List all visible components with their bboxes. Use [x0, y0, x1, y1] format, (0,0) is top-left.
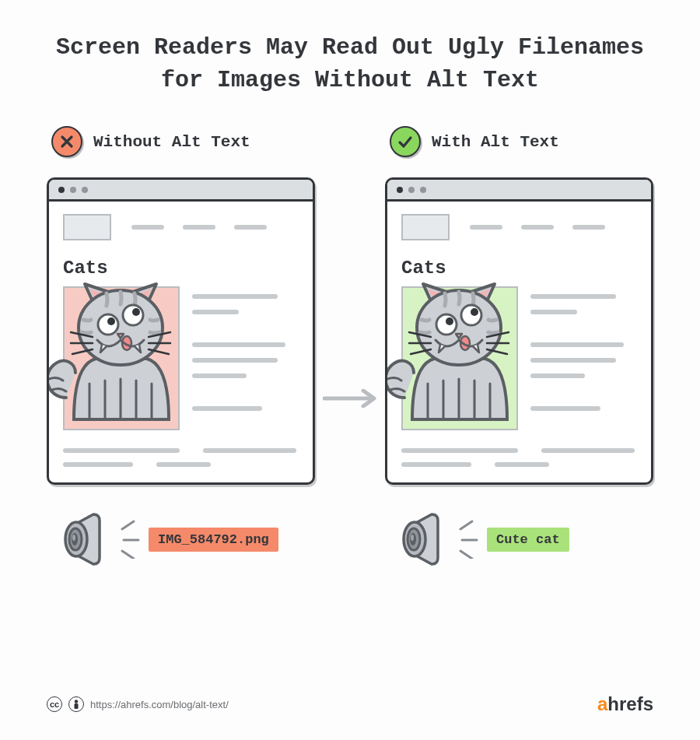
- ahrefs-logo: ahrefs: [597, 693, 653, 715]
- browser-window-right: Cats: [385, 177, 653, 485]
- source-url: https://ahrefs.com/blog/alt-text/: [90, 699, 229, 710]
- text-placeholder: [530, 286, 637, 411]
- cross-icon: [51, 126, 82, 157]
- cat-illustration: [385, 281, 530, 429]
- text-placeholder-bottom: [401, 448, 637, 467]
- svg-rect-21: [75, 703, 79, 709]
- logo-placeholder: [401, 214, 450, 240]
- cat-illustration: [47, 281, 192, 429]
- attribution-icon: [68, 696, 84, 712]
- speaker-icon: [54, 511, 113, 567]
- license-block: cc https://ahrefs.com/blog/alt-text/: [47, 696, 229, 712]
- arrow-icon: [323, 389, 377, 408]
- screen-reader-output-filename: IMG_584792.png: [149, 528, 278, 552]
- text-placeholder: [192, 286, 299, 411]
- speaker-icon: [393, 511, 451, 567]
- column-without-alt: Without Alt Text Cats: [47, 126, 315, 567]
- cc-icon: cc: [47, 696, 62, 712]
- sound-lines-icon: [457, 520, 481, 559]
- column-with-alt: With Alt Text Cats: [385, 126, 653, 567]
- nav-placeholder: [131, 225, 267, 230]
- nav-placeholder: [470, 225, 605, 230]
- image-with-alt: [401, 286, 518, 430]
- text-placeholder-bottom: [63, 448, 299, 467]
- main-title: Screen Readers May Read Out Ugly Filenam…: [47, 31, 653, 96]
- sound-lines-icon: [119, 520, 142, 559]
- screen-reader-output-alt: Cute cat: [487, 528, 569, 552]
- page-heading-left: Cats: [63, 258, 299, 279]
- window-titlebar: [49, 180, 313, 202]
- svg-point-20: [75, 700, 78, 703]
- with-alt-label: With Alt Text: [432, 133, 559, 151]
- browser-window-left: Cats: [47, 177, 315, 485]
- check-icon: [390, 126, 421, 157]
- page-heading-right: Cats: [401, 258, 637, 279]
- logo-placeholder: [63, 214, 111, 240]
- without-alt-label: Without Alt Text: [93, 133, 250, 151]
- window-titlebar: [387, 180, 651, 202]
- image-without-alt: [63, 286, 180, 430]
